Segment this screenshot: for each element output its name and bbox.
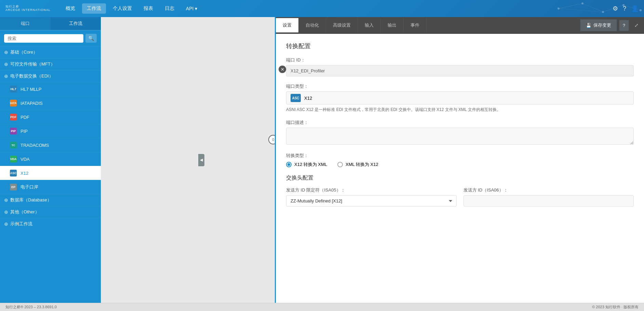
- radio-xml-to-x12-circle[interactable]: [337, 162, 343, 167]
- port-id-label: 端口 ID：: [286, 57, 634, 63]
- port-description: ASNI ASC X12 是一种标准 EDI 文件格式，常用于北美的 EDI 交…: [286, 107, 634, 113]
- radio-xml-to-x12[interactable]: XML 转换为 X12: [337, 161, 378, 168]
- svg-point-4: [640, 9, 642, 11]
- radio-x12-to-xml[interactable]: X12 转换为 XML: [286, 161, 327, 168]
- canvas-circle-label: 0: [272, 138, 274, 142]
- sidebar-tab-workflow[interactable]: 工作流: [51, 17, 101, 30]
- plus-icon-other: ⊕: [4, 209, 8, 215]
- sidebar-item-iatapadis[interactable]: IATA IATAPADIS: [0, 96, 101, 110]
- sidebar-item-electronic-port[interactable]: EP 电子口岸: [0, 180, 101, 194]
- hl7-icon: HL7: [10, 85, 17, 93]
- sidebar-item-vda[interactable]: VDA VDA: [0, 152, 101, 166]
- sender-id-input[interactable]: [464, 195, 634, 207]
- sidebar-item-x12-label: X12: [21, 171, 28, 176]
- sidebar-group-core[interactable]: ⊕ 基础（Core）: [0, 46, 101, 58]
- search-button[interactable]: 🔍: [85, 34, 97, 43]
- nav-api[interactable]: API ▾: [181, 4, 202, 13]
- app-logo: 知行之桥 ARCEGE INTERNATIONAL: [5, 5, 51, 12]
- nav-logs[interactable]: 日志: [160, 3, 179, 14]
- svg-point-2: [602, 11, 604, 13]
- nav-menu: 概览 工作流 个人设置 报表 日志 API ▾: [61, 3, 202, 14]
- panel-tab-bar: 设置 自动化 高级设置 输入 输出 事件 💾 保存变更 ? ⤢: [276, 17, 644, 34]
- pdf-icon: PDF: [10, 113, 17, 121]
- bottom-bar: 知行之桥® 2023 – 23.3.8691.0 © 2023 知行软件 · 版…: [0, 303, 644, 311]
- panel-tab-right: 💾 保存变更 ? ⤢: [580, 17, 644, 33]
- port-type-value: X12: [304, 96, 312, 101]
- search-input[interactable]: [4, 34, 83, 43]
- tab-input[interactable]: 输入: [358, 18, 381, 32]
- field-conversion-type: 转换类型： X12 转换为 XML XML 转换为 X12: [286, 153, 634, 168]
- sidebar-group-core-label: 基础（Core）: [10, 49, 38, 55]
- nav-overview[interactable]: 概览: [61, 3, 80, 14]
- panel-content: 转换配置 端口 ID： X12_EDI_Profiler 端口类型： ASC X…: [276, 34, 644, 303]
- sidebar-group-edi[interactable]: ⊕ 电子数据交换（EDI）: [0, 70, 101, 82]
- tab-events[interactable]: 事件: [404, 18, 427, 32]
- close-panel-button[interactable]: ✕: [279, 66, 286, 73]
- sidebar-item-x12[interactable]: ASC X12: [0, 166, 101, 180]
- sidebar-item-pdf[interactable]: PDF PDF: [0, 110, 101, 124]
- expand-panel-button[interactable]: ⤢: [631, 20, 642, 31]
- sidebar-item-tradacoms[interactable]: TC TRADACOMS: [0, 138, 101, 152]
- svg-point-0: [558, 8, 560, 10]
- sidebar-group-mft-label: 可控文件传输（MFT）: [10, 61, 55, 67]
- sidebar-search-area: 🔍: [0, 30, 101, 46]
- sidebar-group-example[interactable]: ⊕ 示例工作流: [0, 218, 101, 230]
- sidebar-item-hl7mllp[interactable]: HL7 HL7 MLLP: [0, 82, 101, 96]
- sidebar-item-iata-label: IATAPADIS: [21, 101, 43, 106]
- top-navigation: 知行之桥 ARCEGE INTERNATIONAL 概览 工作流 个人设置 报表…: [0, 0, 644, 17]
- svg-line-5: [559, 3, 582, 9]
- sender-id-qualifier-label: 发送方 ID 限定符（ISA05）：: [286, 187, 457, 193]
- sidebar-item-pip-label: PIP: [21, 129, 28, 134]
- plus-icon: ⊕: [4, 50, 8, 55]
- radio-x12-to-xml-circle[interactable]: [286, 162, 292, 167]
- plus-icon-db: ⊕: [4, 197, 8, 203]
- settings-icon[interactable]: ⚙: [613, 5, 618, 12]
- conversion-type-label: 转换类型：: [286, 153, 634, 159]
- sidebar-item-vda-label: VDA: [21, 157, 30, 162]
- plus-icon-mft: ⊕: [4, 61, 8, 67]
- port-id-value: X12_EDI_Profiler: [286, 65, 634, 76]
- help-icon[interactable]: ?: [623, 5, 626, 12]
- sidebar-item-pip[interactable]: PIP PIP: [0, 124, 101, 138]
- nav-workflow[interactable]: 工作流: [82, 3, 106, 14]
- save-icon: 💾: [586, 23, 591, 28]
- collapse-sidebar-button[interactable]: ◀: [198, 154, 204, 166]
- sidebar-tab-bar: 端口 工作流: [0, 17, 101, 30]
- save-changes-button[interactable]: 💾 保存变更: [580, 19, 617, 31]
- nav-reports[interactable]: 报表: [139, 3, 158, 14]
- exchange-header-fields: 发送方 ID 限定符（ISA05）： ZZ-Mutually Defined […: [286, 187, 634, 213]
- svg-line-6: [582, 3, 603, 12]
- field-port-id: 端口 ID： X12_EDI_Profiler: [286, 57, 634, 76]
- conversion-type-options: X12 转换为 XML XML 转换为 X12: [286, 161, 634, 168]
- port-type-label: 端口类型：: [286, 83, 634, 89]
- main-layout: 端口 工作流 🔍 ⊕ 基础（Core） ⊕ 可控文件传输（MFT） ⊕ 电子数据…: [0, 17, 644, 303]
- iata-icon: IATA: [10, 99, 17, 107]
- tab-output[interactable]: 输出: [381, 18, 404, 32]
- right-panel: 设置 自动化 高级设置 输入 输出 事件 💾 保存变更 ? ⤢ 转换配置: [275, 17, 644, 303]
- radio-x12-to-xml-label: X12 转换为 XML: [294, 161, 327, 168]
- ep-icon: EP: [10, 183, 17, 191]
- user-icon[interactable]: 👤: [631, 5, 639, 12]
- field-sender-id-qualifier: 发送方 ID 限定符（ISA05）： ZZ-Mutually Defined […: [286, 187, 457, 207]
- port-desc-label: 端口描述：: [286, 119, 634, 126]
- sidebar-group-mft[interactable]: ⊕ 可控文件传输（MFT）: [0, 58, 101, 70]
- sidebar-item-hl7-label: HL7 MLLP: [21, 87, 41, 92]
- tab-automation[interactable]: 自动化: [299, 18, 326, 32]
- sidebar-group-database[interactable]: ⊕ 数据库（Database）: [0, 194, 101, 206]
- tab-settings[interactable]: 设置: [276, 18, 299, 32]
- sidebar-group-example-label: 示例工作流: [10, 221, 32, 227]
- sidebar-group-other[interactable]: ⊕ 其他（Other）: [0, 206, 101, 218]
- section-conversion-title: 转换配置: [286, 42, 634, 50]
- section-exchange-title: 交换头配置: [286, 174, 634, 182]
- port-description-input[interactable]: [286, 128, 634, 145]
- x12-icon: ASC: [10, 169, 17, 177]
- footer-right: © 2023 知行软件 · 版权所有: [592, 305, 639, 310]
- sidebar-tab-ports[interactable]: 端口: [0, 17, 51, 30]
- help-panel-button[interactable]: ?: [619, 20, 629, 31]
- sidebar: 端口 工作流 🔍 ⊕ 基础（Core） ⊕ 可控文件传输（MFT） ⊕ 电子数据…: [0, 17, 101, 303]
- sender-id-label: 发送方 ID（ISA06）：: [464, 187, 634, 193]
- nav-personal-settings[interactable]: 个人设置: [108, 3, 137, 14]
- tab-advanced[interactable]: 高级设置: [326, 18, 358, 32]
- radio-xml-to-x12-label: XML 转换为 X12: [346, 161, 378, 168]
- sender-id-qualifier-select[interactable]: ZZ-Mutually Defined [X12]: [286, 195, 457, 207]
